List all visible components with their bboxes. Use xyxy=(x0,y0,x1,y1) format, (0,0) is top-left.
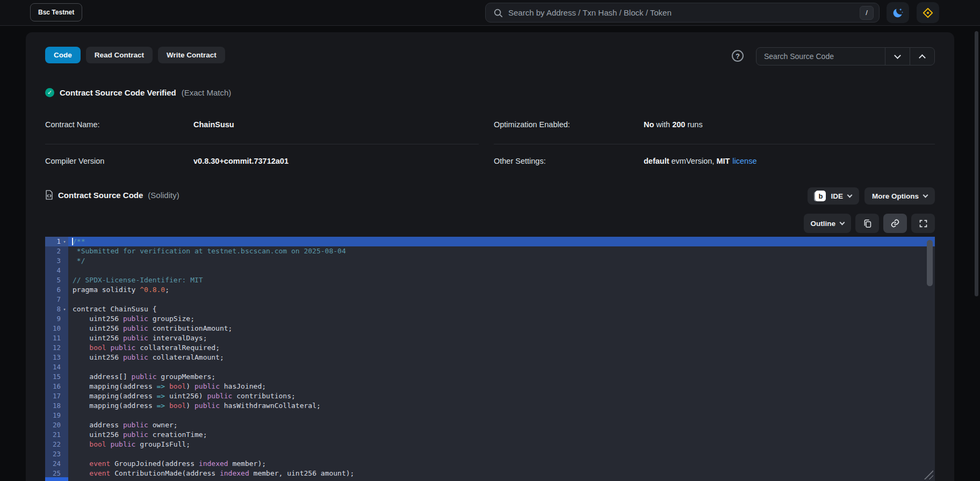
copy-source-button[interactable] xyxy=(855,214,879,233)
source-code-search-input[interactable] xyxy=(756,48,885,65)
tab-write-contract[interactable]: Write Contract xyxy=(158,47,225,63)
code-text: contract ChainSusu { xyxy=(68,304,935,314)
global-search-input[interactable] xyxy=(508,8,854,17)
contract-tabs: Code Read Contract Write Contract xyxy=(45,47,225,63)
contract-name-value: ChainSusu xyxy=(193,119,234,130)
code-text: address public owner; xyxy=(68,420,935,430)
gutter-cell: 7 xyxy=(45,295,68,304)
code-text xyxy=(68,362,935,372)
code-text: */ xyxy=(68,256,935,266)
gutter-cell: 21 xyxy=(45,430,68,440)
more-options-button[interactable]: More Options xyxy=(864,187,935,205)
code-text: uint256 public intervalDays; xyxy=(68,333,935,343)
chevron-down-icon xyxy=(923,193,928,198)
code-text: pragma solidity ^0.8.0; xyxy=(68,285,935,295)
fold-caret-icon[interactable]: ▾ xyxy=(61,304,68,314)
fold-caret-icon[interactable]: ▾ xyxy=(61,237,68,246)
code-line: 14 xyxy=(45,362,935,372)
permalink-button[interactable] xyxy=(883,214,907,233)
bnb-network-button[interactable] xyxy=(917,2,939,23)
code-line: 9 uint256 public groupSize; xyxy=(45,314,935,324)
fullscreen-button[interactable] xyxy=(911,214,935,233)
gutter-cell: 19 xyxy=(45,411,68,420)
gutter-cell: 1▾ xyxy=(45,237,68,246)
contract-code-card: Code Read Contract Write Contract ? ✓ Co… xyxy=(26,32,954,481)
text-cursor xyxy=(72,238,73,245)
code-line: 3 */ xyxy=(45,256,935,266)
code-text: uint256 public creationTime; xyxy=(68,430,935,440)
code-line: 23 xyxy=(45,449,935,459)
code-line: 25 event ContributionMade(address indexe… xyxy=(45,469,935,478)
chevron-down-icon xyxy=(840,220,845,225)
gutter-cell: 12 xyxy=(45,343,68,353)
code-line: 5// SPDX-License-Identifier: MIT xyxy=(45,275,935,285)
other-settings-label: Other Settings: xyxy=(494,156,546,166)
keyboard-shortcut-hint: / xyxy=(860,6,874,20)
gutter-cell: 14 xyxy=(45,362,68,372)
ide-button[interactable]: b IDE xyxy=(808,187,859,205)
code-line: 1▾/** xyxy=(45,237,935,246)
network-badge[interactable]: Bsc Testnet xyxy=(30,3,82,21)
code-line: 6pragma solidity ^0.8.0; xyxy=(45,285,935,295)
divider xyxy=(494,144,935,144)
code-line: 15 address[] public groupMembers; xyxy=(45,372,935,382)
gutter-cell: 16 xyxy=(45,382,68,391)
verification-status: ✓ Contract Source Code Verified (Exact M… xyxy=(45,87,231,98)
gutter-cell: 6 xyxy=(45,285,68,295)
link-icon xyxy=(890,218,900,228)
search-icon xyxy=(493,8,503,18)
code-text xyxy=(68,295,935,304)
code-text: uint256 public collateralAmount; xyxy=(68,353,935,362)
code-text: mapping(address => uint256) public contr… xyxy=(68,391,935,401)
code-lines: 1▾/**2 *Submitted for verification at te… xyxy=(45,237,935,478)
code-text: event ContributionMade(address indexed m… xyxy=(68,469,935,478)
gutter-cell: 17 xyxy=(45,391,68,401)
verification-title: Contract Source Code Verified xyxy=(60,88,176,97)
find-prev-button[interactable] xyxy=(910,48,934,65)
code-line: 13 uint256 public collateralAmount; xyxy=(45,353,935,362)
editor-toolbar: Outline xyxy=(804,214,935,233)
gutter-cell: 5 xyxy=(45,275,68,285)
code-editor[interactable]: 1▾/**2 *Submitted for verification at te… xyxy=(45,237,935,481)
code-text: event GroupJoined(address indexed member… xyxy=(68,459,935,469)
gutter-cell: 9 xyxy=(45,314,68,324)
gutter-cell: 22 xyxy=(45,440,68,449)
code-text: bool public groupIsFull; xyxy=(68,440,935,449)
code-text: mapping(address => bool) public hasJoine… xyxy=(68,382,935,391)
tab-code[interactable]: Code xyxy=(45,47,81,63)
fullscreen-icon xyxy=(919,219,928,228)
gutter-cell: 11 xyxy=(45,333,68,343)
page-scrollbar-thumb[interactable] xyxy=(975,31,978,296)
gutter-cell: 20 xyxy=(45,420,68,430)
code-line: 17 mapping(address => uint256) public co… xyxy=(45,391,935,401)
tab-read-contract[interactable]: Read Contract xyxy=(86,47,153,63)
gutter-cell: 10 xyxy=(45,324,68,333)
code-line: 2 *Submitted for verification at testnet… xyxy=(45,246,935,256)
license-link[interactable]: license xyxy=(732,157,756,165)
code-text: uint256 public groupSize; xyxy=(68,314,935,324)
gutter-cell: 24 xyxy=(45,459,68,469)
contract-name-label: Contract Name: xyxy=(45,119,100,130)
chevron-down-icon xyxy=(847,193,853,198)
compiler-version-label: Compiler Version xyxy=(45,156,104,166)
help-icon[interactable]: ? xyxy=(732,50,744,62)
chevron-down-icon xyxy=(894,52,901,59)
code-line: 24 event GroupJoined(address indexed mem… xyxy=(45,459,935,469)
outline-button[interactable]: Outline xyxy=(804,214,852,233)
other-settings-value: default evmVersion, MITlicense xyxy=(644,156,756,166)
editor-scrollbar-thumb[interactable] xyxy=(927,240,933,286)
theme-toggle-button[interactable] xyxy=(887,2,909,23)
gutter-cell: 15 xyxy=(45,372,68,382)
source-code-heading: Contract Source Code (Solidity) xyxy=(45,189,179,201)
code-text: bool public collateralRequired; xyxy=(68,343,935,353)
code-text: uint256 public contributionAmount; xyxy=(68,324,935,333)
editor-actions: b IDE More Options xyxy=(808,187,935,205)
code-line: 12 bool public collateralRequired; xyxy=(45,343,935,353)
code-line: 19 xyxy=(45,411,935,420)
gutter-cell: 18 xyxy=(45,401,68,411)
verification-match-type: (Exact Match) xyxy=(182,88,232,97)
find-next-button[interactable] xyxy=(885,48,910,65)
source-code-title: Contract Source Code xyxy=(58,191,143,200)
top-navbar: Bsc Testnet / xyxy=(0,0,980,26)
gutter-cell: 13 xyxy=(45,353,68,362)
